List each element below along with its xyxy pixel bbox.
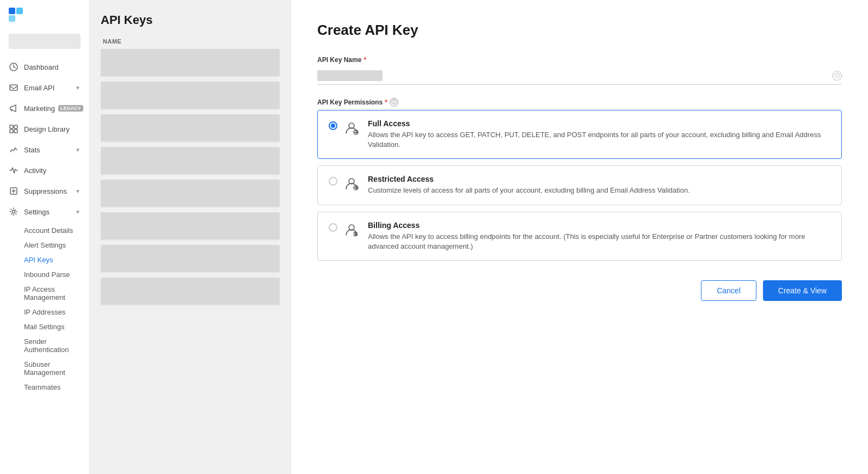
sub-nav-ip-addresses[interactable]: IP Addresses: [0, 305, 89, 319]
sub-nav-account-details[interactable]: Account Details: [0, 223, 89, 238]
design-library-icon: [9, 124, 19, 134]
marketing-icon: [9, 103, 19, 113]
create-view-button[interactable]: Create & View: [763, 280, 842, 301]
sub-nav-api-keys[interactable]: API Keys: [0, 253, 89, 267]
sub-nav-alert-settings[interactable]: Alert Settings: [0, 238, 89, 253]
full-access-radio-col: [329, 119, 359, 136]
sidebar-item-suppressions-label: Suppressions: [24, 187, 67, 195]
sub-nav-ip-access-management[interactable]: IP Access Management: [0, 282, 89, 305]
create-api-key-panel: Create API Key API Key Name * ⓘ API Key …: [291, 0, 868, 474]
permissions-required: *: [385, 99, 387, 106]
api-key-name-input-wrapper: ⓘ: [317, 67, 842, 85]
permission-option-billing-access[interactable]: Billing Access Allows the API key to acc…: [317, 212, 842, 261]
create-panel-title: Create API Key: [317, 22, 842, 39]
list-item[interactable]: [101, 147, 280, 175]
billing-access-icon: [344, 222, 359, 237]
svg-rect-5: [10, 125, 13, 128]
api-key-name-info-icon[interactable]: ⓘ: [832, 71, 842, 81]
settings-sub-nav: Account Details Alert Settings API Keys …: [0, 222, 89, 396]
email-api-chevron: ▼: [75, 85, 81, 91]
list-item[interactable]: [101, 180, 280, 208]
api-key-name-required: *: [364, 56, 366, 64]
list-col-header: NAME: [101, 38, 280, 45]
sidebar-item-stats[interactable]: Stats ▼: [0, 139, 89, 160]
svg-rect-2: [9, 15, 15, 22]
sub-nav-inbound-parse[interactable]: Inbound Parse: [0, 267, 89, 282]
sub-nav-mail-settings[interactable]: Mail Settings: [0, 319, 89, 334]
api-key-name-input[interactable]: [317, 70, 383, 81]
permission-option-full-access[interactable]: Full Access Allows the API key to access…: [317, 110, 842, 159]
billing-access-desc: Allows the API key to access billing end…: [368, 232, 830, 251]
settings-icon: [9, 207, 19, 217]
sidebar-item-dashboard[interactable]: Dashboard: [0, 57, 89, 77]
svg-rect-8: [14, 130, 17, 133]
restricted-access-desc: Customize levels of access for all parts…: [368, 186, 830, 195]
sidebar-logo: [0, 0, 89, 30]
list-item[interactable]: [101, 49, 280, 77]
restricted-access-title: Restricted Access: [368, 175, 830, 183]
sub-nav-teammates[interactable]: Teammates: [0, 380, 89, 395]
settings-chevron: ▼: [75, 209, 81, 215]
stats-chevron: ▼: [75, 147, 81, 153]
list-item[interactable]: [101, 245, 280, 273]
suppressions-chevron: ▼: [75, 188, 81, 194]
marketing-label: Marketing LEGACY: [24, 104, 83, 113]
list-panel-title: API Keys: [101, 13, 280, 27]
suppressions-icon: [9, 186, 19, 196]
sidebar: Dashboard Email API ▼ Marketing LEGACY ▼: [0, 0, 90, 474]
sidebar-item-stats-label: Stats: [24, 146, 40, 154]
account-selector[interactable]: [9, 34, 81, 49]
list-item[interactable]: [101, 114, 280, 143]
sidebar-item-settings-label: Settings: [24, 208, 50, 216]
full-access-title: Full Access: [368, 119, 830, 128]
full-access-content: Full Access Allows the API key to access…: [368, 119, 830, 150]
email-api-label: Email API: [24, 84, 54, 92]
api-key-permissions-label: API Key Permissions * ⓘ: [317, 98, 842, 107]
sidebar-item-settings[interactable]: Settings ▼: [0, 201, 89, 222]
marketing-badge: LEGACY: [58, 105, 83, 112]
api-key-name-group: API Key Name * ⓘ: [317, 56, 842, 85]
restricted-access-icon: [344, 176, 359, 191]
app-logo: [9, 8, 24, 23]
cancel-button[interactable]: Cancel: [701, 280, 756, 301]
svg-rect-4: [10, 85, 17, 90]
list-item[interactable]: [101, 212, 280, 241]
list-item[interactable]: [101, 82, 280, 110]
svg-rect-1: [16, 8, 23, 14]
permission-option-restricted-access[interactable]: Restricted Access Customize levels of ac…: [317, 165, 842, 205]
sidebar-item-marketing[interactable]: Marketing LEGACY ▼: [0, 98, 89, 119]
sidebar-item-activity[interactable]: Activity: [0, 160, 89, 181]
restricted-access-radio[interactable]: [329, 177, 337, 186]
sidebar-item-activity-label: Activity: [24, 167, 46, 175]
email-api-icon: [9, 83, 19, 93]
full-access-icon: [344, 120, 359, 136]
list-item[interactable]: [101, 278, 280, 306]
main-area: API Keys NAME Create API Key API Key Nam…: [90, 0, 868, 474]
sidebar-item-email-api-label: Email API: [24, 84, 54, 92]
restricted-access-radio-col: [329, 175, 359, 191]
api-key-name-label: API Key Name *: [317, 56, 842, 64]
restricted-access-content: Restricted Access Customize levels of ac…: [368, 175, 830, 195]
full-access-desc: Allows the API key to access GET, PATCH,…: [368, 130, 830, 150]
billing-access-title: Billing Access: [368, 221, 830, 230]
api-keys-list-panel: API Keys NAME: [90, 0, 291, 474]
activity-icon: [9, 165, 19, 175]
api-key-permissions-group: API Key Permissions * ⓘ: [317, 98, 842, 261]
sidebar-nav: Dashboard Email API ▼ Marketing LEGACY ▼: [0, 54, 89, 398]
sidebar-item-marketing-label: Marketing: [24, 104, 55, 113]
sub-nav-subuser-management[interactable]: Subuser Management: [0, 357, 89, 380]
full-access-radio[interactable]: [329, 121, 337, 130]
billing-access-content: Billing Access Allows the API key to acc…: [368, 221, 830, 251]
svg-rect-6: [14, 125, 17, 128]
sidebar-item-design-library[interactable]: Design Library: [0, 119, 89, 139]
dashboard-icon: [9, 62, 19, 72]
stats-icon: [9, 145, 19, 155]
sub-nav-sender-authentication[interactable]: Sender Authentication: [0, 334, 89, 357]
svg-rect-7: [10, 130, 13, 133]
sidebar-item-email-api[interactable]: Email API ▼: [0, 77, 89, 98]
sidebar-item-design-library-label: Design Library: [24, 125, 70, 133]
svg-rect-0: [9, 8, 15, 14]
billing-access-radio[interactable]: [329, 223, 337, 232]
permissions-info-icon[interactable]: ⓘ: [390, 98, 398, 107]
sidebar-item-suppressions[interactable]: Suppressions ▼: [0, 181, 89, 201]
